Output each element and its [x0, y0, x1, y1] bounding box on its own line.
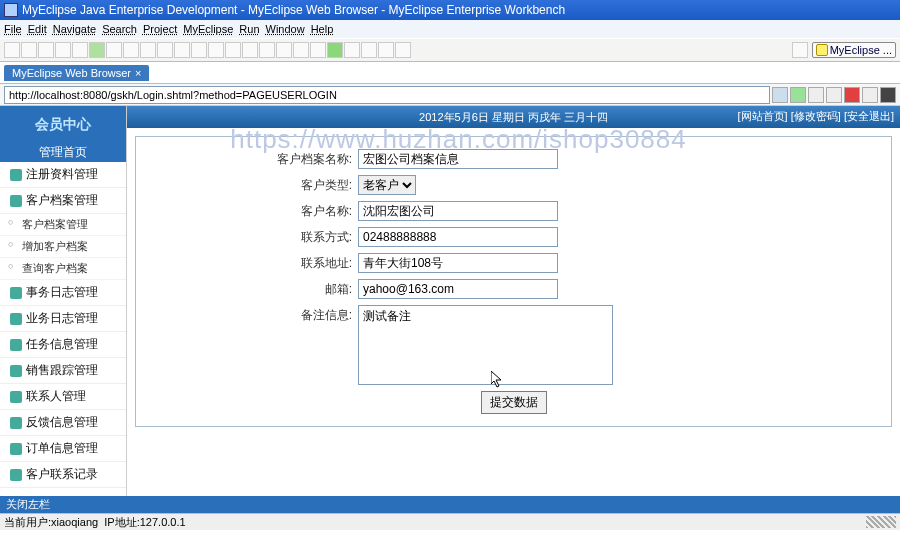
close-icon[interactable]: × — [135, 67, 141, 79]
label-cname: 客户名称: — [148, 201, 358, 221]
tool-icon[interactable] — [191, 42, 207, 58]
back-icon[interactable] — [808, 87, 824, 103]
mouse-cursor — [491, 371, 505, 389]
sub-manage[interactable]: 客户档案管理 — [0, 214, 126, 236]
menu-edit[interactable]: Edit — [28, 23, 47, 35]
label-email: 邮箱: — [148, 279, 358, 299]
sidebar: 会员中心 管理首页 注册资料管理 客户档案管理 客户档案管理 增加客户档案 查询… — [0, 106, 127, 496]
stop-icon[interactable] — [844, 87, 860, 103]
menu-myeclipse[interactable]: MyEclipse — [183, 23, 233, 35]
tool-icon[interactable] — [157, 42, 173, 58]
tool-icon[interactable] — [378, 42, 394, 58]
nav-sales[interactable]: 销售跟踪管理 — [0, 358, 126, 384]
input-email[interactable] — [358, 279, 558, 299]
nav-head[interactable]: 管理首页 — [0, 142, 126, 162]
editor-tabs: MyEclipse Web Browser × — [0, 62, 900, 84]
menu-search[interactable]: Search — [102, 23, 137, 35]
input-contact[interactable] — [358, 227, 558, 247]
folder-icon — [10, 339, 22, 351]
menu-file[interactable]: File — [4, 23, 22, 35]
menu-navigate[interactable]: Navigate — [53, 23, 96, 35]
nav-order[interactable]: 订单信息管理 — [0, 436, 126, 462]
tool-icon[interactable] — [259, 42, 275, 58]
textarea-note[interactable]: 测试备注 — [358, 305, 613, 385]
tool-icon[interactable] — [140, 42, 156, 58]
folder-icon — [10, 195, 22, 207]
debug-icon[interactable] — [106, 42, 122, 58]
perspective-icon[interactable] — [792, 42, 808, 58]
link-pwd[interactable]: [修改密码] — [791, 110, 841, 122]
input-addr[interactable] — [358, 253, 558, 273]
save-icon[interactable] — [21, 42, 37, 58]
new-icon[interactable] — [4, 42, 20, 58]
nav-biz-log[interactable]: 业务日志管理 — [0, 306, 126, 332]
main-header: 2012年5月6日 星期日 丙戌年 三月十四 [网站首页] [修改密码] [安全… — [127, 106, 900, 128]
folder-icon — [10, 313, 22, 325]
app-footer: 关闭左栏 — [0, 496, 900, 513]
tab-browser[interactable]: MyEclipse Web Browser × — [4, 65, 149, 81]
link-exit[interactable]: [安全退出] — [844, 110, 894, 122]
nav-work-log[interactable]: 事务日志管理 — [0, 280, 126, 306]
play-icon[interactable] — [327, 42, 343, 58]
tool-icon[interactable] — [344, 42, 360, 58]
tool-icon[interactable] — [123, 42, 139, 58]
sub-query[interactable]: 查询客户档案 — [0, 258, 126, 280]
nav-register[interactable]: 注册资料管理 — [0, 162, 126, 188]
sidebar-logo: 会员中心 — [0, 106, 126, 142]
tab-label: MyEclipse Web Browser — [12, 67, 131, 79]
window-titlebar: MyEclipse Java Enterprise Development - … — [0, 0, 900, 20]
footer-toggle[interactable]: 关闭左栏 — [6, 497, 50, 512]
tool-icon[interactable] — [361, 42, 377, 58]
perspective-button[interactable]: MyEclipse ... — [812, 42, 896, 58]
nav-contact-rec[interactable]: 客户联系记录 — [0, 462, 126, 488]
tool-icon[interactable] — [293, 42, 309, 58]
status-bar: 当前用户: xiaoqiang IP地址: 127.0.0.1 — [0, 513, 900, 530]
forward-icon[interactable] — [826, 87, 842, 103]
label-contact: 联系方式: — [148, 227, 358, 247]
customer-form: 客户档案名称: 客户类型:老客户 客户名称: 联系方式: 联系地址: 邮箱: 备… — [135, 136, 892, 427]
folder-icon — [10, 469, 22, 481]
tool-icon[interactable] — [276, 42, 292, 58]
folder-icon — [10, 417, 22, 429]
folder-icon — [10, 391, 22, 403]
label-name: 客户档案名称: — [148, 149, 358, 169]
nav-feedback[interactable]: 反馈信息管理 — [0, 410, 126, 436]
link-home[interactable]: [网站首页] — [738, 110, 788, 122]
menu-run[interactable]: Run — [239, 23, 259, 35]
folder-icon — [10, 443, 22, 455]
input-cname[interactable] — [358, 201, 558, 221]
folder-icon — [10, 365, 22, 377]
tool-icon[interactable] — [208, 42, 224, 58]
refresh-icon[interactable] — [862, 87, 878, 103]
tool-icon[interactable] — [174, 42, 190, 58]
input-name[interactable] — [358, 149, 558, 169]
save-all-icon[interactable] — [38, 42, 54, 58]
status-ip: 127.0.0.1 — [140, 516, 186, 528]
menu-project[interactable]: Project — [143, 23, 177, 35]
dropdown-icon[interactable] — [772, 87, 788, 103]
go-icon[interactable] — [790, 87, 806, 103]
url-input[interactable] — [4, 86, 770, 104]
tool-icon[interactable] — [55, 42, 71, 58]
tool-icon[interactable] — [242, 42, 258, 58]
nav-customer-file[interactable]: 客户档案管理 — [0, 188, 126, 214]
header-links: [网站首页] [修改密码] [安全退出] — [738, 109, 895, 124]
sub-add[interactable]: 增加客户档案 — [0, 236, 126, 258]
menu-window[interactable]: Window — [266, 23, 305, 35]
tool-icon[interactable] — [225, 42, 241, 58]
folder-icon — [10, 169, 22, 181]
status-ip-label: IP地址: — [104, 515, 139, 530]
nav-task[interactable]: 任务信息管理 — [0, 332, 126, 358]
tool-icon[interactable] — [310, 42, 326, 58]
tool-icon[interactable] — [880, 87, 896, 103]
submit-button[interactable]: 提交数据 — [481, 391, 547, 414]
run-icon[interactable] — [89, 42, 105, 58]
menu-bar: File Edit Navigate Search Project MyEcli… — [0, 20, 900, 38]
tool-icon[interactable] — [395, 42, 411, 58]
menu-help[interactable]: Help — [311, 23, 334, 35]
label-type: 客户类型: — [148, 175, 358, 195]
label-note: 备注信息: — [148, 305, 358, 325]
select-type[interactable]: 老客户 — [358, 175, 416, 195]
tool-icon[interactable] — [72, 42, 88, 58]
nav-contact[interactable]: 联系人管理 — [0, 384, 126, 410]
